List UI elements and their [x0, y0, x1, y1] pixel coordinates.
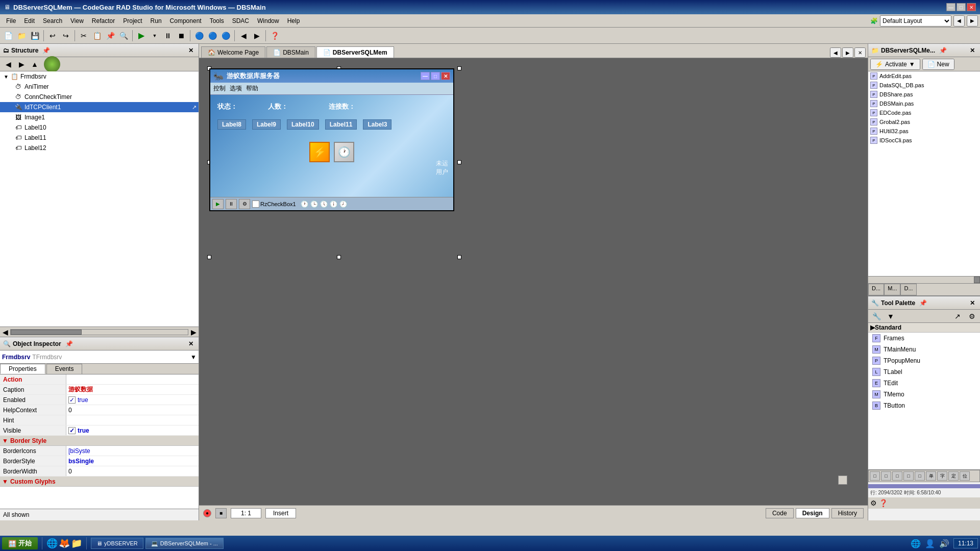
section-toggle-glyphs[interactable]: ▼ — [2, 478, 8, 485]
tool-pin-btn[interactable]: 📌 — [917, 299, 929, 307]
save-btn[interactable]: 💾 — [29, 30, 41, 42]
palette-tbutton[interactable]: B TButton — [868, 400, 980, 411]
prop-value-enabled[interactable]: ✓ true — [66, 395, 199, 405]
structure-close-btn[interactable]: ✕ — [186, 47, 195, 54]
activate-arrow[interactable]: ▼ — [909, 61, 915, 68]
menu-tools[interactable]: Tools — [206, 16, 228, 26]
pin-btn[interactable]: 📌 — [40, 47, 52, 54]
pause-btn[interactable]: ⏸ — [162, 30, 174, 42]
section-border-style[interactable]: ▼ Border Style — [0, 436, 199, 446]
menu-view[interactable]: View — [66, 16, 88, 26]
record-btn[interactable]: ● — [203, 509, 211, 517]
open-btn[interactable]: 📁 — [15, 30, 28, 42]
palette-dropdown[interactable]: ▼ — [885, 310, 897, 322]
tab-nav-next[interactable]: ▶ — [842, 47, 853, 58]
layout-btn1[interactable]: ◀ — [953, 15, 965, 27]
tab-d[interactable]: D... — [868, 284, 884, 295]
mini-btn1[interactable]: □ — [870, 471, 880, 481]
tab-events[interactable]: Events — [46, 364, 83, 374]
obj-pin-btn[interactable]: 📌 — [63, 340, 75, 347]
close-button[interactable]: ✕ — [967, 3, 976, 11]
palette-tedit[interactable]: E TEdit — [868, 378, 980, 389]
form-menu-help[interactable]: 帮助 — [246, 84, 258, 93]
tree-hscroll[interactable]: ◀ ▶ — [0, 327, 199, 337]
redo-btn[interactable]: ↪ — [60, 30, 72, 42]
copy-btn[interactable]: 📋 — [91, 30, 103, 42]
taskbar-file-icon[interactable]: 📁 — [71, 538, 82, 549]
mini-btn9[interactable]: 位 — [960, 471, 970, 481]
file-close-btn[interactable]: ✕ — [968, 47, 977, 54]
handle-bl[interactable] — [207, 255, 211, 259]
palette-btn1[interactable]: 🔧 — [870, 310, 883, 322]
palette-config-btn[interactable]: ⚙ — [966, 310, 978, 322]
handle-bc[interactable] — [337, 255, 341, 259]
menu-sdac[interactable]: SDAC — [228, 16, 253, 26]
menu-component[interactable]: Component — [166, 16, 206, 26]
checkbox-box[interactable] — [252, 201, 259, 208]
form-close-btn[interactable]: ✕ — [441, 72, 450, 80]
file-item-edcode[interactable]: P EDCode.pas — [868, 108, 980, 117]
structure-tree[interactable]: ▼ 📋 Frmdbsrv ⏱ AniTimer ⏱ ConnCheckTimer… — [0, 71, 199, 327]
file-item-dbshare[interactable]: P DBShare.pas — [868, 90, 980, 99]
prop-value-helpcontext[interactable]: 0 — [66, 405, 199, 415]
file-item-hutil[interactable]: P HUtil32.pas — [868, 127, 980, 136]
file-vscroll[interactable] — [868, 276, 980, 283]
menu-window[interactable]: Window — [253, 16, 283, 26]
file-item-addrdit[interactable]: P AddrEdit.pas — [868, 71, 980, 81]
design-canvas[interactable]: 🐜 游蚁数据库服务器 — □ ✕ 控制 选项 帮助 状态： — [199, 58, 868, 505]
palette-tlabel[interactable]: L TLabel — [868, 366, 980, 378]
tab-close-all[interactable]: ✕ — [854, 47, 866, 58]
palette-cursor[interactable]: ↗ — [951, 310, 964, 322]
prop-value-visible[interactable]: ✓ true — [66, 425, 199, 435]
corner-handle[interactable] — [838, 475, 847, 485]
activate-btn[interactable]: ⚡ Activate ▼ — [870, 59, 920, 70]
layout-btn2[interactable]: ▶ — [967, 15, 978, 27]
scroll-right-btn[interactable]: ▶ — [189, 328, 198, 336]
find-btn[interactable]: 🔍 — [117, 30, 130, 42]
menu-refactor[interactable]: Refactor — [88, 16, 119, 26]
obj-select-dropdown[interactable]: ▼ — [190, 354, 197, 361]
taskbar-ie-icon[interactable]: 🌐 — [46, 538, 58, 549]
tree-item-anitimer[interactable]: ⏱ AniTimer — [0, 82, 199, 92]
design-tab-btn[interactable]: Design — [796, 508, 829, 518]
mini-btn7[interactable]: 字 — [937, 471, 947, 481]
menu-search[interactable]: Search — [39, 16, 66, 26]
tab-welcome-page[interactable]: 🏠 Welcome Page — [201, 46, 265, 58]
taskbar-dbserversqlmem[interactable]: 💻 DBServerSQLMem - ... — [145, 538, 224, 549]
code-tab-btn[interactable]: Code — [766, 508, 794, 518]
cut-btn[interactable]: ✂ — [78, 30, 90, 42]
statusbar-checkbox[interactable]: RzCheckBox1 — [252, 201, 296, 208]
tab-properties[interactable]: Properties — [0, 364, 45, 374]
form-titlebar[interactable]: 🐜 游蚁数据库服务器 — □ ✕ — [210, 69, 453, 83]
file-item-dbsmain[interactable]: P DBSMain.pas — [868, 99, 980, 108]
tree-item-label11[interactable]: 🏷 Label11 — [0, 133, 199, 143]
layout-dropdown[interactable]: Default Layout — [880, 15, 951, 27]
palette-frames[interactable]: F Frames — [868, 333, 980, 344]
run-arrow[interactable]: ▼ — [149, 30, 161, 42]
file-item-datasql[interactable]: P DataSQL_DB.pas — [868, 81, 980, 90]
visible-checkbox[interactable]: ✓ — [68, 427, 76, 434]
help-btn[interactable]: ❓ — [268, 30, 281, 42]
menu-edit[interactable]: Edit — [20, 16, 39, 26]
maximize-button[interactable]: □ — [957, 3, 966, 11]
enabled-checkbox[interactable]: ✓ — [68, 396, 76, 404]
debug-btn2[interactable]: 🔵 — [206, 30, 218, 42]
tab-nav-prev[interactable]: ◀ — [830, 47, 841, 58]
tree-root-expand[interactable]: ▼ — [2, 74, 10, 80]
tab-dbserversqlmem[interactable]: 📄 DBServerSQLMem — [316, 46, 394, 58]
history-tab-btn[interactable]: History — [831, 508, 864, 518]
tab-m[interactable]: M... — [884, 284, 900, 295]
tree-root-item[interactable]: ▼ 📋 Frmdbsrv — [0, 71, 199, 82]
mini-btn5[interactable]: □ — [915, 471, 925, 481]
hscroll-track[interactable] — [10, 329, 188, 335]
handle-mr[interactable] — [457, 160, 461, 164]
prop-value-hint[interactable] — [66, 415, 199, 425]
paste-btn[interactable]: 📌 — [104, 30, 116, 42]
taskbar-fox-icon[interactable]: 🦊 — [59, 538, 70, 549]
struct-back-btn[interactable]: ◀ — [2, 58, 14, 70]
handle-br[interactable] — [457, 255, 461, 259]
mini-btn4[interactable]: □ — [903, 471, 914, 481]
nav-back[interactable]: ◀ — [237, 30, 250, 42]
palette-section-standard[interactable]: ▶ Standard — [868, 323, 980, 333]
handle-tr[interactable] — [457, 66, 461, 70]
